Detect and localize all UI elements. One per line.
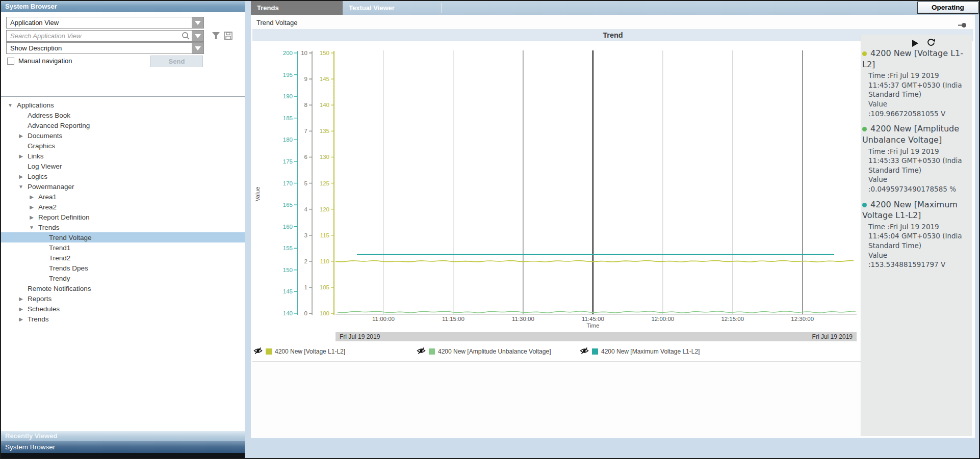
navigation-controls: Application View Show Description — [1, 12, 245, 97]
refresh-icon[interactable] — [926, 38, 936, 49]
legend-entry-4200-new-amplitude-unbalance-voltage: 4200 New [Amplitude Unbalance Voltage] — [417, 347, 551, 356]
trend-chart[interactable]: 11:00:0011:15:0011:30:0011:45:0012:00:00… — [252, 41, 861, 345]
svg-text:145: 145 — [283, 288, 293, 294]
tree-item-remote-notifications[interactable]: Remote Notifications — [1, 283, 245, 293]
trend-content: Trend Voltage Trend 11:00:0011:15:0011:3… — [251, 15, 975, 438]
operating-mode-button[interactable]: Operating — [917, 2, 978, 14]
svg-text:7: 7 — [304, 128, 307, 134]
expander-icon[interactable]: ▼ — [6, 102, 14, 108]
tree-item-address-book[interactable]: Address Book — [1, 110, 245, 120]
visibility-toggle-icon[interactable] — [417, 347, 426, 356]
tree-item-links[interactable]: ▶Links — [1, 151, 245, 161]
chart-legend: 4200 New [Voltage L1-L2]4200 New [Amplit… — [252, 347, 861, 357]
view-selector-value: Application View — [7, 19, 192, 26]
legend-label: 4200 New [Amplitude Unbalance Voltage] — [438, 348, 551, 355]
expander-icon[interactable]: ▶ — [17, 316, 25, 322]
svg-text:115: 115 — [320, 232, 329, 238]
svg-text:170: 170 — [283, 180, 293, 186]
expander-icon[interactable]: ▶ — [17, 296, 25, 302]
trend-chart-area[interactable]: 11:00:0011:15:0011:30:0011:45:0012:00:00… — [252, 41, 861, 362]
tree-item-label: Trend2 — [46, 254, 70, 262]
system-browser-header: System Browser — [1, 1, 245, 12]
tree-item-report-definition[interactable]: ▶Report Definition — [1, 212, 245, 222]
tree-item-logics[interactable]: ▶Logics — [1, 171, 245, 181]
svg-text:140: 140 — [320, 102, 329, 108]
system-browser-panel: System Browser Application View Show D — [1, 1, 245, 458]
tree-item-trendy[interactable]: Trendy — [1, 273, 245, 283]
expander-icon[interactable]: ▶ — [28, 204, 36, 210]
tree-item-advanced-reporting[interactable]: Advanced Reporting — [1, 120, 245, 130]
tab-separator — [442, 3, 442, 13]
tree-item-trend-voltage[interactable]: Trend Voltage — [1, 232, 245, 242]
svg-text:10: 10 — [301, 50, 307, 56]
signal-block-4200-new-maximum-voltage-l1-l2: 4200 New [Maximum Voltage L1-L2]Time :Fr… — [861, 199, 972, 269]
tree-item-label: Trendy — [46, 275, 70, 282]
date-range-bar — [336, 332, 857, 341]
legend-entry-4200-new-voltage-l1-l2: 4200 New [Voltage L1-L2] — [253, 347, 345, 356]
filter-icon[interactable] — [212, 32, 220, 42]
tree-item-label: Log Viewer — [25, 163, 62, 170]
legend-color-swatch — [266, 348, 272, 355]
tree-item-trends-dpes[interactable]: Trends Dpes — [1, 263, 245, 273]
expander-icon[interactable]: ▶ — [17, 174, 25, 179]
tree-item-log-viewer[interactable]: Log Viewer — [1, 161, 245, 171]
expander-icon[interactable]: ▶ — [28, 214, 36, 220]
tab-textual-viewer[interactable]: Textual Viewer — [343, 1, 439, 15]
search-box — [6, 30, 204, 42]
expander-icon[interactable]: ▶ — [17, 133, 25, 139]
legend-label: 4200 New [Maximum Voltage L1-L2] — [601, 348, 700, 355]
signal-color-dot — [862, 51, 867, 56]
signal-name: 4200 New [Maximum Voltage L1-L2] — [861, 199, 972, 222]
tree-item-area2[interactable]: ▶Area2 — [1, 202, 245, 212]
expander-icon[interactable]: ▶ — [28, 194, 36, 200]
send-button[interactable]: Send — [150, 56, 203, 67]
visibility-toggle-icon[interactable] — [580, 347, 589, 356]
chevron-down-icon[interactable] — [192, 43, 203, 53]
expander-icon[interactable]: ▶ — [17, 153, 25, 159]
expander-icon[interactable]: ▶ — [17, 306, 25, 312]
tree-item-trends[interactable]: ▼Trends — [1, 222, 245, 232]
tree-item-graphics[interactable]: Graphics — [1, 141, 245, 151]
svg-text:12:15:00: 12:15:00 — [721, 316, 744, 322]
svg-text:155: 155 — [283, 245, 293, 251]
view-selector[interactable]: Application View — [6, 17, 204, 29]
svg-text:165: 165 — [283, 202, 293, 208]
tree-item-reports[interactable]: ▶Reports — [1, 293, 245, 304]
svg-text:2: 2 — [304, 258, 307, 264]
tree-item-label: Report Definition — [36, 213, 90, 221]
svg-text:9: 9 — [304, 76, 307, 82]
tree-item-trends[interactable]: ▶Trends — [1, 314, 245, 324]
expander-icon[interactable]: ▼ — [28, 225, 36, 230]
series-line-4200-new-voltage-l1-l2 — [336, 261, 854, 262]
tree-item-trend1[interactable]: Trend1 — [1, 242, 245, 253]
chevron-down-icon[interactable] — [192, 17, 203, 28]
tree-item-schedules[interactable]: ▶Schedules — [1, 304, 245, 314]
tree-item-area1[interactable]: ▶Area1 — [1, 192, 245, 202]
svg-text:135: 135 — [320, 128, 329, 134]
tab-trends[interactable]: Trends — [251, 1, 343, 15]
visibility-toggle-icon[interactable] — [253, 347, 263, 356]
tree-item-documents[interactable]: ▶Documents — [1, 130, 245, 141]
chevron-down-icon[interactable] — [192, 31, 203, 41]
manual-navigation-checkbox[interactable] — [7, 58, 14, 65]
signal-block-4200-new-voltage-l1-l2: 4200 New [Voltage L1-L2]Time :Fri Jul 19… — [861, 48, 972, 118]
tree-item-applications[interactable]: ▼Applications — [1, 100, 245, 110]
tree-item-label: Area2 — [36, 203, 57, 211]
tree-item-label: Applications — [14, 101, 54, 109]
window-edge — [1, 453, 245, 458]
tree-item-powermanager[interactable]: ▼Powermanager — [1, 181, 245, 192]
expander-icon[interactable]: ▼ — [17, 184, 25, 190]
system-browser-bar[interactable]: System Browser — [1, 441, 245, 453]
play-icon[interactable] — [912, 40, 918, 47]
search-input[interactable] — [7, 32, 179, 40]
tree-item-label: Reports — [25, 295, 51, 303]
recently-viewed-bar[interactable]: Recently Viewed — [1, 430, 245, 441]
description-selector[interactable]: Show Description — [6, 42, 204, 54]
save-icon[interactable] — [224, 32, 233, 42]
svg-text:185: 185 — [283, 115, 293, 121]
svg-text:11:30:00: 11:30:00 — [512, 316, 534, 322]
svg-text:180: 180 — [283, 137, 293, 143]
svg-text:Time: Time — [586, 322, 599, 329]
tree-item-trend2[interactable]: Trend2 — [1, 253, 245, 263]
tree-item-label: Trends — [25, 315, 49, 323]
